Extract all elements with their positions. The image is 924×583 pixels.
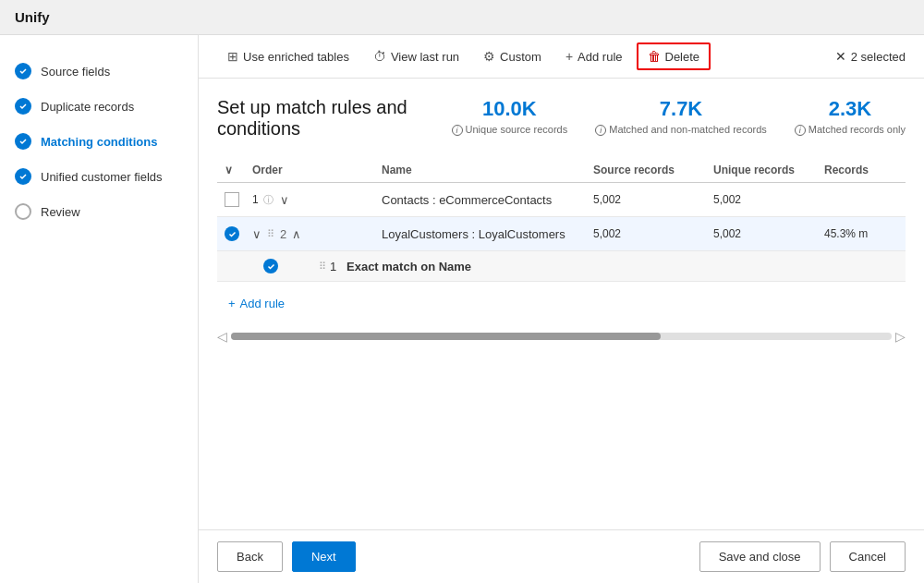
table-sub-row: ⠿ 1 Exact match on Name bbox=[217, 251, 906, 282]
sidebar-label: Matching conditions bbox=[41, 135, 157, 149]
custom-label: Custom bbox=[500, 50, 541, 64]
col-header-source: Source records bbox=[593, 164, 713, 176]
add-rule-label: Add rule bbox=[578, 50, 622, 64]
stat-label: i Matched records only bbox=[795, 124, 906, 136]
info-icon: i bbox=[595, 125, 606, 136]
stat-matched-only: 2.3K i Matched records only bbox=[795, 97, 906, 136]
delete-button[interactable]: 🗑 Delete bbox=[637, 43, 711, 70]
sidebar-item-review[interactable]: Review bbox=[0, 194, 198, 229]
view-last-run-label: View last run bbox=[391, 50, 459, 64]
table-icon: ⊞ bbox=[227, 49, 238, 64]
next-button[interactable]: Next bbox=[292, 541, 356, 572]
check-icon bbox=[15, 133, 31, 150]
horizontal-scrollbar[interactable]: ◁ ▷ bbox=[217, 329, 906, 344]
sidebar-item-unified-customer-fields[interactable]: Unified customer fields bbox=[0, 159, 198, 194]
col-header-name: Name bbox=[382, 164, 593, 176]
sidebar-item-source-fields[interactable]: Source fields bbox=[0, 54, 198, 89]
toolbar: ⊞ Use enriched tables ⏱ View last run ⚙ … bbox=[199, 35, 924, 79]
selected-count-label: 2 selected bbox=[851, 50, 906, 64]
sub-row-name: Exact match on Name bbox=[346, 260, 898, 273]
add-rule-button[interactable]: + Add rule bbox=[555, 43, 633, 69]
chevron-down-icon[interactable]: ∨ bbox=[252, 227, 261, 241]
sidebar: Source fields Duplicate records Matching… bbox=[0, 35, 199, 583]
close-icon[interactable]: ✕ bbox=[835, 49, 846, 64]
clock-icon: ⏱ bbox=[373, 49, 386, 64]
plus-icon: + bbox=[228, 297, 236, 310]
info-icon: i bbox=[452, 125, 463, 136]
sidebar-item-duplicate-records[interactable]: Duplicate records bbox=[0, 89, 198, 124]
stat-label-text: Matched records only bbox=[808, 124, 906, 135]
sidebar-label: Review bbox=[41, 205, 80, 219]
row-order: 1 ⓘ bbox=[252, 193, 280, 207]
selected-count: ✕ 2 selected bbox=[835, 49, 906, 64]
row-expand-actions: ∨ ⠿ 2 ∧ bbox=[252, 227, 280, 241]
custom-button[interactable]: ⚙ Custom bbox=[473, 43, 552, 69]
scroll-left-icon[interactable]: ◁ bbox=[217, 329, 227, 344]
save-close-button[interactable]: Save and close bbox=[699, 541, 821, 572]
page-title: Set up match rules and conditions bbox=[217, 97, 452, 140]
add-rule-container: + Add rule bbox=[217, 282, 906, 322]
sidebar-item-matching-conditions[interactable]: Matching conditions bbox=[0, 124, 198, 159]
chevron-up-icon[interactable]: ∧ bbox=[292, 227, 301, 241]
sub-row-order: ⠿ 1 bbox=[319, 260, 346, 273]
add-rule-button[interactable]: + Add rule bbox=[217, 289, 296, 318]
footer: Back Next Save and close Cancel bbox=[199, 529, 924, 583]
col-header-order: Order bbox=[252, 164, 280, 176]
page-header: Set up match rules and conditions 10.0K … bbox=[217, 97, 906, 140]
info-icon: ⓘ bbox=[263, 194, 274, 205]
stat-label: i Unique source records bbox=[452, 124, 568, 136]
stat-label: i Matched and non-matched records bbox=[595, 124, 767, 136]
scroll-thumb[interactable] bbox=[231, 333, 661, 340]
stat-value: 7.7K bbox=[595, 97, 767, 121]
drag-icon[interactable]: ⠿ bbox=[319, 261, 326, 273]
scroll-right-icon[interactable]: ▷ bbox=[895, 329, 906, 344]
back-button[interactable]: Back bbox=[217, 541, 283, 572]
plus-icon: + bbox=[565, 49, 573, 64]
row-source-records: 5,002 bbox=[593, 227, 713, 240]
chevron-down-icon[interactable]: ∨ bbox=[225, 164, 233, 176]
stat-value: 2.3K bbox=[795, 97, 906, 121]
view-last-run-button[interactable]: ⏱ View last run bbox=[363, 43, 469, 69]
sub-row-num: 1 bbox=[330, 260, 336, 273]
sub-row-checkbox[interactable] bbox=[263, 259, 278, 273]
page-content: Set up match rules and conditions 10.0K … bbox=[199, 79, 924, 529]
chevron-down-icon[interactable]: ∨ bbox=[280, 193, 289, 207]
row-unique-records: 5,002 bbox=[713, 193, 824, 206]
stat-label-text: Matched and non-matched records bbox=[609, 124, 767, 135]
use-enriched-tables-button[interactable]: ⊞ Use enriched tables bbox=[217, 43, 359, 69]
scroll-track[interactable] bbox=[231, 333, 892, 340]
trash-icon: 🗑 bbox=[648, 49, 661, 64]
stat-label-text: Unique source records bbox=[466, 124, 568, 135]
check-icon bbox=[15, 63, 31, 79]
row-name: Contacts : eCommerceContacts bbox=[382, 193, 593, 207]
table-row: 1 ⓘ ∨ Contacts : eCommerceContacts 5,002… bbox=[217, 183, 906, 217]
main-content: ⊞ Use enriched tables ⏱ View last run ⚙ … bbox=[199, 35, 924, 583]
sidebar-label: Source fields bbox=[41, 65, 110, 79]
use-enriched-tables-label: Use enriched tables bbox=[243, 50, 349, 64]
row-checkbox-checked[interactable] bbox=[225, 226, 239, 241]
col-header-records: Records bbox=[824, 164, 898, 176]
info-icon: i bbox=[795, 125, 806, 136]
col-header-unique: Unique records bbox=[713, 164, 824, 176]
table-row: ∨ ⠿ 2 ∧ LoyalCustomers : LoyalCustomers … bbox=[217, 217, 906, 251]
add-rule-label: Add rule bbox=[240, 297, 285, 310]
row-actions: ∨ bbox=[280, 193, 382, 207]
table-header: ∨ Order Name Source records Unique recor… bbox=[217, 158, 906, 183]
empty-circle bbox=[15, 203, 31, 220]
col-order-label: Order bbox=[252, 164, 283, 176]
cancel-button[interactable]: Cancel bbox=[830, 541, 906, 572]
col-header-check: ∨ bbox=[225, 164, 252, 176]
stat-matched-nonmatched: 7.7K i Matched and non-matched records bbox=[595, 97, 767, 136]
app-title: Unify bbox=[0, 0, 924, 35]
row-order-num: 2 bbox=[280, 227, 286, 241]
row-name: LoyalCustomers : LoyalCustomers bbox=[382, 227, 593, 241]
delete-label: Delete bbox=[665, 50, 700, 64]
row-checkbox[interactable] bbox=[225, 192, 239, 207]
stat-value: 10.0K bbox=[452, 97, 568, 121]
sidebar-label: Unified customer fields bbox=[41, 170, 163, 184]
stats-container: 10.0K i Unique source records 7.7K i Mat… bbox=[452, 97, 906, 136]
row-records: 45.3% m bbox=[824, 227, 898, 240]
drag-icon[interactable]: ⠿ bbox=[267, 228, 274, 240]
check-icon bbox=[15, 168, 31, 185]
stat-unique-source: 10.0K i Unique source records bbox=[452, 97, 568, 136]
